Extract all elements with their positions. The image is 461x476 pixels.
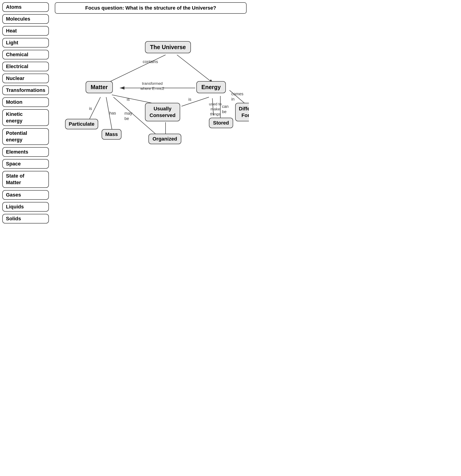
node-particulate[interactable]: Particulate <box>65 119 98 129</box>
sidebar-item-electrical[interactable]: Electrical <box>2 62 49 71</box>
node-universe[interactable]: The Universe <box>145 41 191 53</box>
sidebar-item-solids[interactable]: Solids <box>2 214 49 223</box>
svg-line-3 <box>177 55 214 83</box>
sidebar-item-kinetic-energy[interactable]: Kineticenergy <box>2 109 49 126</box>
sidebar-item-state-of-matter[interactable]: State ofMatter <box>2 171 49 188</box>
node-organized[interactable]: Organized <box>148 134 181 144</box>
sidebar-item-potential-energy[interactable]: Potentialenergy <box>2 128 49 145</box>
node-matter[interactable]: Matter <box>86 81 113 93</box>
svg-line-9 <box>181 97 209 106</box>
sidebar: Atoms Molecules Heat Light Chemical Elec… <box>2 2 49 223</box>
node-energy[interactable]: Energy <box>196 81 226 93</box>
sidebar-item-motion[interactable]: Motion <box>2 97 49 107</box>
sidebar-item-elements[interactable]: Elements <box>2 147 49 157</box>
label-is-particulate: is <box>89 106 92 111</box>
node-usually-conserved[interactable]: UsuallyConserved <box>145 103 180 121</box>
svg-line-7 <box>112 95 156 104</box>
node-mass[interactable]: Mass <box>102 129 122 140</box>
label-is-conserved: is <box>127 97 130 102</box>
sidebar-item-atoms[interactable]: Atoms <box>2 2 49 12</box>
label-comes-in: comesin <box>231 91 243 102</box>
sidebar-item-liquids[interactable]: Liquids <box>2 202 49 212</box>
sidebar-item-gases[interactable]: Gases <box>2 190 49 200</box>
label-may-be: maybe <box>124 111 132 122</box>
label-is-energy: is <box>188 97 191 102</box>
label-has-mass: has <box>109 111 116 116</box>
sidebar-item-light[interactable]: Light <box>2 38 49 48</box>
label-used-to-make: used tomakethings <box>209 102 222 117</box>
label-contains: contains <box>143 60 158 64</box>
node-different-forms[interactable]: DifferentForms <box>235 103 249 121</box>
sidebar-item-nuclear[interactable]: Nuclear <box>2 74 49 83</box>
node-stored[interactable]: Stored <box>209 118 233 128</box>
focus-question: Focus question: What is the structure of… <box>55 2 247 14</box>
sidebar-item-molecules[interactable]: Molecules <box>2 14 49 24</box>
label-can-be: canbe <box>222 104 229 115</box>
sidebar-item-heat[interactable]: Heat <box>2 26 49 36</box>
sidebar-item-space[interactable]: Space <box>2 159 49 169</box>
label-transformed: transformedwhere E=mc2 <box>140 81 164 91</box>
sidebar-item-chemical[interactable]: Chemical <box>2 50 49 60</box>
sidebar-item-transformations[interactable]: Transformations <box>2 85 49 95</box>
svg-line-2 <box>106 55 165 83</box>
